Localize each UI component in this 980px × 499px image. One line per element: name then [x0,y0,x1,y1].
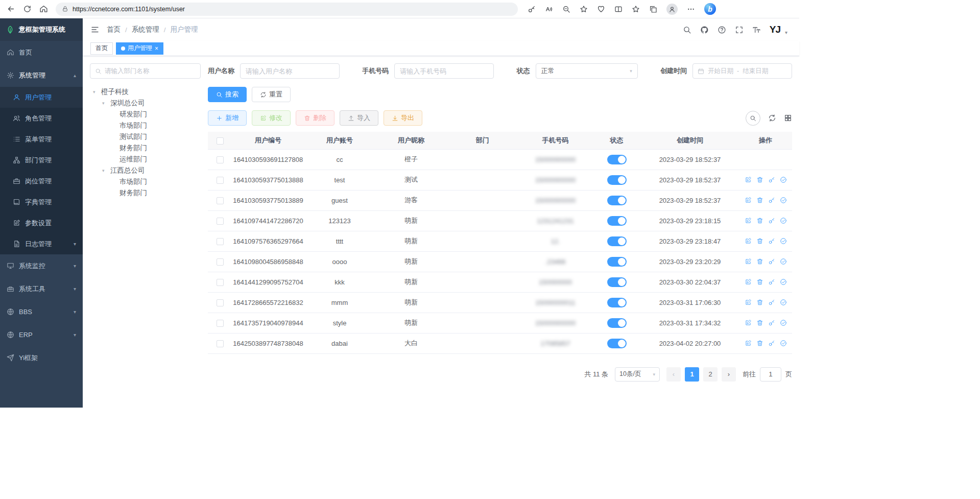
refresh-table-icon[interactable] [768,114,776,122]
reset-password-action-icon[interactable] [768,299,775,306]
edit-action-icon[interactable] [745,299,752,306]
delete-action-icon[interactable] [756,176,763,183]
sidebar-subitem-dict[interactable]: 字典管理 [0,192,83,212]
edit-action-icon[interactable] [745,319,752,326]
reset-password-action-icon[interactable] [768,237,775,245]
status-toggle[interactable] [607,155,627,164]
browser-essentials-icon[interactable] [597,5,605,13]
next-page-button[interactable]: › [722,367,736,382]
avatar-dropdown-icon[interactable]: ▾ [785,30,787,35]
row-checkbox[interactable] [217,320,224,327]
collections-icon[interactable] [649,5,657,13]
delete-action-icon[interactable] [756,340,763,347]
sidebar-subitem-user[interactable]: 用户管理 [0,87,83,108]
row-checkbox[interactable] [217,197,224,204]
reset-password-action-icon[interactable] [768,258,775,265]
font-size-icon[interactable] [752,26,761,34]
username-input[interactable] [240,63,340,79]
reset-password-action-icon[interactable] [768,319,775,326]
tree-node[interactable]: 市场部门 [90,120,201,131]
split-screen-icon[interactable] [614,5,623,13]
assign-role-action-icon[interactable] [780,237,787,245]
edit-action-icon[interactable] [745,176,752,183]
status-toggle[interactable] [607,216,627,226]
favorites-add-icon[interactable] [580,5,588,13]
tree-node[interactable]: 测试部门 [90,131,201,142]
reset-password-action-icon[interactable] [768,217,775,224]
date-range-picker[interactable]: 开始日期 - 结束日期 [692,63,792,79]
github-icon[interactable] [700,26,709,34]
collapse-sidebar-icon[interactable] [90,25,100,34]
sidebar-item-home[interactable]: 首页 [0,41,83,64]
prev-page-button[interactable]: ‹ [666,367,681,382]
tree-node[interactable]: ▾橙子科技 [90,86,201,98]
sidebar-subitem-role[interactable]: 角色管理 [0,108,83,129]
status-select[interactable]: 正常 ▾ [536,63,638,79]
assign-role-action-icon[interactable] [780,278,787,286]
reset-password-action-icon[interactable] [768,176,775,183]
assign-role-action-icon[interactable] [780,319,787,326]
sidebar-item-bbs[interactable]: BBS▾ [0,300,83,323]
reset-password-action-icon[interactable] [768,278,775,286]
password-key-icon[interactable] [528,5,536,13]
edit-action-icon[interactable] [745,278,752,286]
add-button[interactable]: 新增 [208,110,247,126]
sidebar-item-system[interactable]: 系统管理▴ [0,64,83,87]
row-checkbox[interactable] [217,299,224,306]
delete-action-icon[interactable] [756,319,763,326]
breadcrumb-item[interactable]: 首页 [107,25,121,34]
goto-page-input[interactable] [760,367,781,382]
refresh-page-icon[interactable] [23,5,32,13]
sidebar-subitem-config[interactable]: 参数设置 [0,212,83,233]
row-checkbox[interactable] [217,156,224,163]
assign-role-action-icon[interactable] [780,299,787,306]
page-button-1[interactable]: 1 [685,367,699,382]
header-search-icon[interactable] [683,26,691,34]
reset-password-action-icon[interactable] [768,197,775,204]
browser-home-icon[interactable] [39,5,48,13]
edit-button[interactable]: 修改 [252,110,291,126]
sidebar-item-erp[interactable]: ERP▾ [0,323,83,346]
sidebar-subitem-log[interactable]: 日志管理▾ [0,233,83,254]
status-toggle[interactable] [607,277,627,287]
delete-button[interactable]: 删除 [296,110,334,126]
row-checkbox[interactable] [217,177,224,184]
delete-action-icon[interactable] [756,197,763,204]
tree-node[interactable]: 研发部门 [90,109,201,120]
tree-node[interactable]: 市场部门 [90,176,201,187]
sidebar-subitem-post[interactable]: 岗位管理 [0,171,83,192]
back-icon[interactable] [7,5,15,13]
status-toggle[interactable] [607,196,627,205]
close-tag-icon[interactable]: × [155,45,158,52]
assign-role-action-icon[interactable] [780,217,787,224]
zoom-out-icon[interactable] [562,5,570,13]
url-text[interactable]: https://ccnetcore.com:1101/system/user [73,6,185,13]
tag-home[interactable]: 首页 [90,42,113,55]
sidebar-subitem-dept[interactable]: 部门管理 [0,150,83,171]
row-checkbox[interactable] [217,238,224,245]
export-button[interactable]: 导出 [384,110,422,126]
tree-node[interactable]: ▾江西总公司 [90,165,201,176]
phone-input[interactable] [394,63,494,79]
sidebar-item-monitor[interactable]: 系统监控▾ [0,254,83,277]
reset-password-action-icon[interactable] [768,340,775,347]
status-toggle[interactable] [607,257,627,267]
read-aloud-icon[interactable] [545,5,553,13]
select-all-checkbox[interactable] [217,137,224,145]
search-button[interactable]: 搜索 [208,87,247,102]
edit-action-icon[interactable] [745,258,752,265]
delete-action-icon[interactable] [756,217,763,224]
edit-action-icon[interactable] [745,237,752,245]
tree-node[interactable]: ▾深圳总公司 [90,98,201,109]
assign-role-action-icon[interactable] [780,340,787,347]
browser-menu-icon[interactable] [687,5,695,13]
delete-action-icon[interactable] [756,299,763,306]
favorites-icon[interactable] [632,5,640,13]
reset-button[interactable]: 重置 [252,87,291,102]
status-toggle[interactable] [607,298,627,307]
help-icon[interactable] [718,26,726,34]
page-size-select[interactable]: 10条/页 ▾ [615,367,660,382]
assign-role-action-icon[interactable] [780,197,787,204]
edit-action-icon[interactable] [745,217,752,224]
delete-action-icon[interactable] [756,278,763,286]
